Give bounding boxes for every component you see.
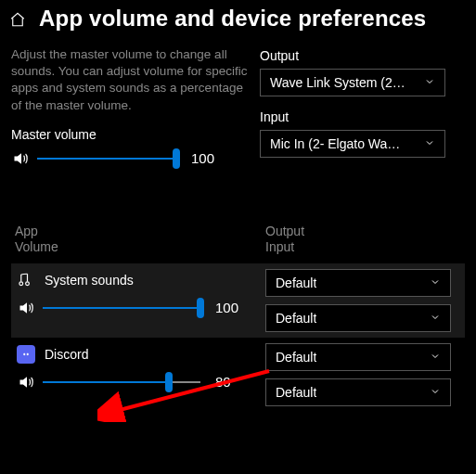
discord-icon <box>17 345 35 364</box>
chevron-down-icon <box>430 275 441 290</box>
page-title: App volume and device preferences <box>39 6 426 32</box>
app-name: Discord <box>45 347 88 362</box>
column-header-left: AppVolume <box>11 224 264 256</box>
app-volume-slider[interactable] <box>43 299 200 317</box>
svg-point-0 <box>19 282 23 286</box>
speaker-icon[interactable] <box>17 299 37 317</box>
app-volume-value: 100 <box>215 300 243 315</box>
dropdown-value: Default <box>276 385 316 400</box>
home-icon[interactable] <box>6 7 30 32</box>
speaker-icon[interactable] <box>17 373 37 391</box>
master-volume-label: Master volume <box>11 127 252 142</box>
svg-point-1 <box>26 282 30 286</box>
dropdown-value: Default <box>276 311 316 326</box>
chevron-down-icon <box>430 311 441 326</box>
app-output-dropdown[interactable]: Default <box>265 269 451 297</box>
speaker-icon[interactable] <box>11 149 32 168</box>
app-volume-slider[interactable] <box>43 373 200 391</box>
app-row-discord: Discord 80 Defau <box>11 338 465 412</box>
app-output-dropdown[interactable]: Default <box>265 343 451 371</box>
input-label: Input <box>260 109 465 124</box>
output-device-selected: Wave Link System (2… <box>270 75 405 90</box>
app-row-system-sounds: System sounds 100 <box>11 263 465 338</box>
chevron-down-icon <box>424 75 435 90</box>
description-text: Adjust the master volume to change all s… <box>11 46 252 114</box>
master-volume-value: 100 <box>191 150 219 166</box>
column-header-right: OutputInput <box>264 224 465 256</box>
app-name: System sounds <box>45 273 134 288</box>
input-device-dropdown[interactable]: Mic In (2- Elgato Wa… <box>260 130 445 158</box>
dropdown-value: Default <box>276 275 316 290</box>
chevron-down-icon <box>430 350 441 365</box>
input-device-selected: Mic In (2- Elgato Wa… <box>270 136 400 151</box>
app-input-dropdown[interactable]: Default <box>265 378 451 406</box>
output-label: Output <box>260 48 465 63</box>
system-sounds-icon <box>17 271 35 289</box>
chevron-down-icon <box>430 385 441 400</box>
master-volume-slider[interactable] <box>37 149 176 168</box>
app-volume-value: 80 <box>215 374 243 390</box>
chevron-down-icon <box>424 136 435 151</box>
app-input-dropdown[interactable]: Default <box>265 304 451 332</box>
output-device-dropdown[interactable]: Wave Link System (2… <box>260 69 445 96</box>
dropdown-value: Default <box>276 350 316 365</box>
